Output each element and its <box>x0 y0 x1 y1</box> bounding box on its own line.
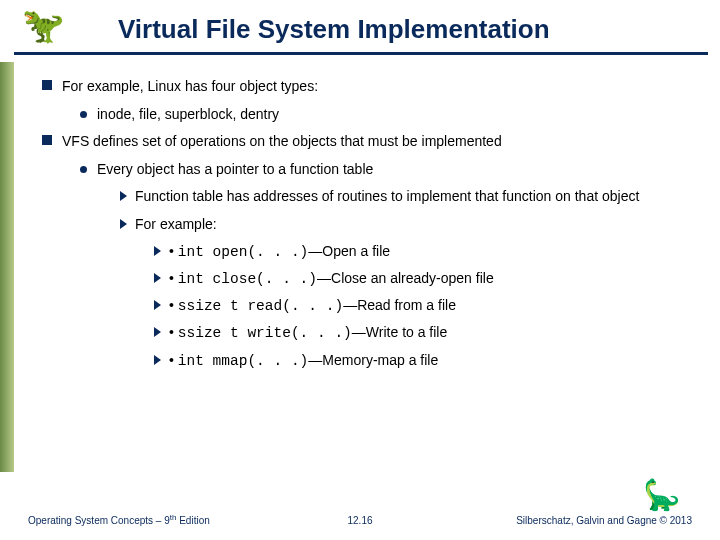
bullet-l2: Every object has a pointer to a function… <box>80 161 690 179</box>
bullet-text: Function table has addresses of routines… <box>135 188 639 204</box>
left-accent-bar <box>0 62 14 472</box>
dinosaur-icon: 🦕 <box>643 480 680 510</box>
triangle-bullet-icon <box>154 355 161 365</box>
code-sig: int mmap(. . .) <box>178 353 309 369</box>
bullet-text: For example: <box>135 216 217 232</box>
bullet-text: Every object has a pointer to a function… <box>97 161 373 177</box>
bullet-l3: For example: <box>120 216 690 234</box>
bullet-text: VFS defines set of operations on the obj… <box>62 133 502 149</box>
bullet-l4: • int open(. . .)—Open a file <box>154 243 690 261</box>
title-underline <box>14 52 708 55</box>
code-sig: ssize t write(. . .) <box>178 325 352 341</box>
code-desc: —Read from a file <box>343 297 456 313</box>
slide-header: 🦖 Virtual File System Implementation <box>0 0 720 62</box>
code-sig: ssize t read(. . .) <box>178 298 343 314</box>
triangle-bullet-icon <box>120 191 127 201</box>
bullet-l4: • ssize t write(. . .)—Write to a file <box>154 324 690 342</box>
code-desc: —Open a file <box>308 243 390 259</box>
bullet-l1: VFS defines set of operations on the obj… <box>42 133 690 151</box>
slide-title: Virtual File System Implementation <box>118 14 550 45</box>
bullet-l4: • int mmap(. . .)—Memory-map a file <box>154 352 690 370</box>
bullet-l1: For example, Linux has four object types… <box>42 78 690 96</box>
bullet-text: For example, Linux has four object types… <box>62 78 318 94</box>
code-desc: —Write to a file <box>352 324 447 340</box>
slide-body: For example, Linux has four object types… <box>42 78 690 379</box>
triangle-bullet-icon <box>154 246 161 256</box>
code-sig: int close(. . .) <box>178 271 317 287</box>
code-desc: —Memory-map a file <box>308 352 438 368</box>
triangle-bullet-icon <box>154 300 161 310</box>
bullet-l4: • int close(. . .)—Close an already-open… <box>154 270 690 288</box>
square-bullet-icon <box>42 135 52 145</box>
triangle-bullet-icon <box>154 273 161 283</box>
bullet-l4: • ssize t read(. . .)—Read from a file <box>154 297 690 315</box>
bullet-text: inode, file, superblock, dentry <box>97 106 279 122</box>
code-desc: —Close an already-open file <box>317 270 494 286</box>
circle-bullet-icon <box>80 111 87 118</box>
bullet-l3: Function table has addresses of routines… <box>120 188 690 206</box>
circle-bullet-icon <box>80 166 87 173</box>
code-sig: int open(. . .) <box>178 244 309 260</box>
triangle-bullet-icon <box>154 327 161 337</box>
bullet-l2: inode, file, superblock, dentry <box>80 106 690 124</box>
footer-right: Silberschatz, Galvin and Gagne © 2013 <box>516 515 692 526</box>
dinosaur-icon: 🦖 <box>22 8 64 42</box>
triangle-bullet-icon <box>120 219 127 229</box>
square-bullet-icon <box>42 80 52 90</box>
